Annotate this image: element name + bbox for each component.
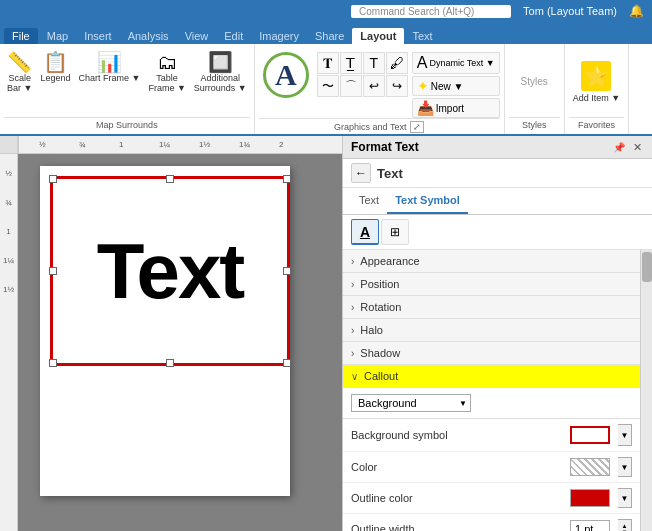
outline-width-input[interactable]: 1 pt — [570, 520, 610, 531]
dynamic-text-button[interactable]: A Dynamic Text ▼ — [412, 52, 500, 74]
panel-pin-button[interactable]: 📌 — [612, 140, 626, 154]
callout-type-select[interactable]: Background None Speech bubble Rounded re… — [351, 394, 471, 412]
chevron-halo: › — [351, 325, 354, 336]
outline-color-row: Outline color ▼ — [343, 483, 640, 514]
handle-bm[interactable] — [166, 359, 174, 367]
chevron-appearance: › — [351, 256, 354, 267]
icon-tab-text-style[interactable]: A — [351, 219, 379, 245]
background-symbol-label: Background symbol — [351, 429, 562, 441]
icon-tab-grid[interactable]: ⊞ — [381, 219, 409, 245]
panel-title: Format Text — [351, 140, 419, 154]
ribbon: Command Search (Alt+Q) Tom (Layout Team)… — [0, 0, 652, 136]
tab-text[interactable]: Text — [404, 28, 440, 44]
chart-frame-button[interactable]: 📊 Chart Frame ▼ — [75, 50, 143, 85]
chevron-rotation: › — [351, 302, 354, 313]
panel-icon-tabs: A ⊞ — [343, 215, 652, 250]
section-rotation[interactable]: › Rotation — [343, 296, 640, 319]
text-icon-2[interactable]: T̲ — [340, 52, 362, 74]
handle-br[interactable] — [283, 359, 291, 367]
curve-icon-1[interactable]: 〜 — [317, 75, 339, 97]
background-symbol-arrow[interactable]: ▼ — [618, 424, 632, 446]
table-frame-button[interactable]: 🗂 TableFrame ▼ — [145, 50, 188, 95]
handle-tr[interactable] — [283, 175, 291, 183]
ribbon-group-styles: Styles Styles — [505, 44, 565, 134]
scale-bar-button[interactable]: 📏 ScaleBar ▼ — [4, 50, 35, 95]
outline-width-row: Outline width 1 pt ▲ ▼ — [343, 514, 640, 531]
outline-width-stepper[interactable]: ▲ ▼ — [618, 519, 632, 531]
tab-analysis[interactable]: Analysis — [120, 28, 177, 44]
back-button[interactable]: ← — [351, 163, 371, 183]
handle-tm[interactable] — [166, 175, 174, 183]
color-row: Color ▼ — [343, 452, 640, 483]
section-halo-label: Halo — [360, 324, 383, 336]
callout-dropdown-row: Background None Speech bubble Rounded re… — [343, 388, 640, 419]
section-appearance[interactable]: › Appearance — [343, 250, 640, 273]
section-halo[interactable]: › Halo — [343, 319, 640, 342]
canvas-text: Text — [97, 226, 244, 317]
notification-icon[interactable]: 🔔 — [629, 4, 644, 18]
ribbon-top-bar: Command Search (Alt+Q) Tom (Layout Team)… — [0, 0, 652, 22]
tab-edit[interactable]: Edit — [216, 28, 251, 44]
section-callout[interactable]: ∨ Callout — [343, 365, 640, 388]
additional-surrounds-button[interactable]: 🔲 AdditionalSurrounds ▼ — [191, 50, 250, 95]
format-text-panel: Format Text 📌 ✕ ← Text Text Text Symbol … — [342, 136, 652, 531]
color-arrow[interactable]: ▼ — [618, 457, 632, 477]
command-search[interactable]: Command Search (Alt+Q) — [351, 5, 511, 18]
legend-button[interactable]: 📋 Legend — [37, 50, 73, 85]
curve-icon-4[interactable]: ↪ — [386, 75, 408, 97]
text-frame[interactable]: Text — [50, 176, 290, 366]
text-icon-3[interactable]: T — [363, 52, 385, 74]
favorites-label: Favorites — [569, 117, 624, 132]
chevron-position: › — [351, 279, 354, 290]
text-tool-button[interactable]: A — [259, 50, 313, 100]
tab-share[interactable]: Share — [307, 28, 352, 44]
tab-text[interactable]: Text — [351, 188, 387, 214]
panel-header: Format Text 📌 ✕ — [343, 136, 652, 159]
background-symbol-swatch[interactable] — [570, 426, 610, 444]
curve-icon-3[interactable]: ↩ — [363, 75, 385, 97]
outline-color-label: Outline color — [351, 492, 562, 504]
panel-content: › Appearance › Position › Rotation › Hal… — [343, 250, 652, 531]
main-content: ½ ¾ 1 1¼ 1½ 1¾ 2 ½ ¾ 1 1¼ 1½ — [0, 136, 652, 531]
ribbon-body: 📏 ScaleBar ▼ 📋 Legend 📊 Chart Frame ▼ 🗂 … — [0, 44, 652, 136]
panel-nav: ← Text — [343, 159, 652, 188]
ruler-vertical: ½ ¾ 1 1¼ 1½ — [0, 154, 18, 531]
panel-tabs: Text Text Symbol — [343, 188, 652, 215]
section-shadow-label: Shadow — [360, 347, 400, 359]
new-button[interactable]: ✦ New ▼ — [412, 76, 500, 96]
ribbon-tabs: File Map Insert Analysis View Edit Image… — [0, 22, 652, 44]
outline-color-arrow[interactable]: ▼ — [618, 488, 632, 508]
section-rotation-label: Rotation — [360, 301, 401, 313]
panel-close-button[interactable]: ✕ — [630, 140, 644, 154]
canvas-area[interactable]: ½ ¾ 1 1¼ 1½ 1¾ 2 ½ ¾ 1 1¼ 1½ — [0, 136, 342, 531]
tab-map[interactable]: Map — [39, 28, 76, 44]
text-icon-4[interactable]: 🖋 — [386, 52, 408, 74]
section-shadow[interactable]: › Shadow — [343, 342, 640, 365]
tab-layout[interactable]: Layout — [352, 28, 404, 44]
handle-bl[interactable] — [49, 359, 57, 367]
tab-view[interactable]: View — [177, 28, 217, 44]
tab-text-symbol[interactable]: Text Symbol — [387, 188, 468, 214]
panel-subtitle: Text — [377, 166, 403, 181]
tab-file[interactable]: File — [4, 28, 38, 44]
handle-ml[interactable] — [49, 267, 57, 275]
section-callout-label: Callout — [364, 370, 398, 382]
ruler-horizontal: ½ ¾ 1 1¼ 1½ 1¾ 2 — [18, 136, 342, 154]
outline-width-label: Outline width — [351, 523, 562, 531]
import-button[interactable]: 📥 Import — [412, 98, 500, 118]
tab-imagery[interactable]: Imagery — [251, 28, 307, 44]
ribbon-group-graphics-text: A 𝐓 T̲ T 🖋 〜 ⌒ ↩ ↪ — [255, 44, 505, 134]
styles-label: Styles — [509, 117, 560, 132]
curve-icon-2[interactable]: ⌒ — [340, 75, 362, 97]
callout-type-select-wrapper: Background None Speech bubble Rounded re… — [351, 394, 471, 412]
text-icon-1[interactable]: 𝐓 — [317, 52, 339, 74]
color-swatch[interactable] — [570, 458, 610, 476]
chevron-shadow: › — [351, 348, 354, 359]
user-label: Tom (Layout Team) — [523, 5, 617, 17]
outline-color-swatch[interactable] — [570, 489, 610, 507]
handle-mr[interactable] — [283, 267, 291, 275]
section-position[interactable]: › Position — [343, 273, 640, 296]
add-item-button[interactable]: ⭐ Add Item ▼ — [569, 59, 624, 105]
handle-tl[interactable] — [49, 175, 57, 183]
tab-insert[interactable]: Insert — [76, 28, 120, 44]
